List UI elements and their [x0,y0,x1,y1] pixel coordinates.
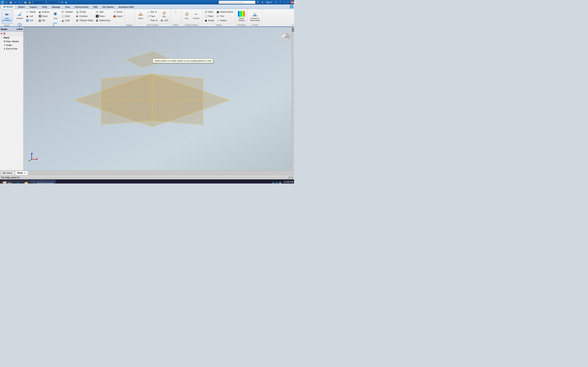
tab-my-home[interactable]: My Home [0,171,15,175]
tab-part1[interactable]: Part1 ✕ [15,171,28,175]
ribbon-group-freeform: Box ↔ Convert Create Freeform [181,9,202,26]
toolbar-toggle[interactable]: ▼ [290,5,293,8]
emboss-button[interactable]: ⬙ Emboss [37,10,51,14]
svg-text:FRONT: FRONT [283,37,288,38]
trim-button[interactable]: ✂ Trim [215,14,234,18]
freeform-box-button[interactable]: Box [182,10,191,20]
tb-lock[interactable]: 🔒 [28,1,31,4]
modify-arrow[interactable]: ▼ [132,25,134,26]
tab-part1-close[interactable]: ✕ [24,172,26,174]
tab-manage[interactable]: Manage [50,5,62,9]
model-select-btn[interactable]: 🎯 [3,33,5,35]
sketch-group-content: ✏ Start2D Sketch [1,10,12,24]
decal-icon: 🖼 [38,15,42,18]
hole-button[interactable]: Hole [51,10,60,20]
tab-autodesk-a360[interactable]: Autodesk A360 [116,5,136,9]
tab-get-started[interactable]: Get Started [100,5,116,9]
tab-view[interactable]: View [63,5,72,9]
close-help[interactable]: ✕ [274,1,278,4]
ruled-surface-button[interactable]: ▦ Ruled Surface [215,10,234,14]
scrollbar-thumb[interactable] [292,28,294,32]
axis-button[interactable]: ↕ Axis ▼ [146,10,159,14]
tree-item-origin[interactable]: ⊕ Origin [0,43,23,47]
sign-in-btn[interactable]: Sign In [265,1,273,3]
tree-item-end-of-part[interactable]: ● End of Part [0,47,23,50]
tb-save[interactable]: 💾 [9,1,13,4]
tab-environments[interactable]: Environments [72,5,91,9]
draft-button[interactable]: ◭ Draft [60,18,74,22]
minimize-button[interactable]: ─ [283,1,286,4]
split-button[interactable]: ✂ Split [95,10,112,14]
face-button[interactable]: ⬜ Face [146,14,159,18]
pattern-group-label: Pattern [172,24,180,26]
navigation-cube[interactable]: FRONT [280,29,292,41]
freeform-group-label: Create Freeform [182,24,201,26]
point-button[interactable]: · Point ▼ [146,18,159,22]
maximize-button[interactable]: □ [287,1,290,4]
viewport-scrollbar[interactable] [292,27,294,170]
files-button[interactable]: 📁 [22,180,30,184]
search-bar[interactable]: Search Help & Commands... [219,1,255,4]
viewport[interactable]: Select plane to create sketch or an exis… [24,27,294,170]
tree-item-part1[interactable]: ⬡ Part1 [0,36,23,40]
coil-icon: 🌀 [26,19,29,22]
profile-selector[interactable]: Generic ▼ [34,1,45,3]
ribbon-group-simulation: StressAnalysis Simulation [236,9,248,26]
tb-redo[interactable]: ↪ [17,1,21,4]
tab-3d-model[interactable]: 3D Model [1,5,15,9]
workspace-selector[interactable]: Default ▼ [47,1,58,3]
loft-button[interactable]: ◈ Loft [25,14,37,18]
combine-button[interactable]: ⊕ Combine [75,14,94,18]
coil-button[interactable]: 🌀 Coil [25,18,37,22]
patch-button[interactable]: ⬜ Patch [203,14,215,18]
ie-button[interactable]: e [14,180,22,184]
tb-undo[interactable]: ↩ [13,1,17,4]
derive-button[interactable]: ⇢ Derive [112,10,124,14]
box-button[interactable]: Box [159,10,169,18]
extrude-button[interactable]: Extrude [15,10,24,20]
ucs-button[interactable]: ⊕ UCS [159,18,169,22]
page-info: 1 | 1 [288,176,293,179]
model-filter-btn[interactable]: ▼ [0,33,2,35]
tab-inspect[interactable]: Inspect [27,5,39,9]
sculpt-icon: ◉ [204,19,208,22]
inventor-button[interactable]: I Autodesk Inventor [30,180,56,184]
origin-label: Origin [6,44,12,46]
tb-more[interactable]: ▶ [65,1,68,4]
convert-sheet-metal-button[interactable]: Convert toSheet Metal [249,10,261,22]
tab-bim[interactable]: BIM [91,5,100,9]
extend-button[interactable]: ↔ Extend [215,18,234,22]
thread-button[interactable]: 🔩 Thread [75,10,94,14]
shell-button[interactable]: ⬜ Shell [60,14,74,18]
stitch-button[interactable]: 🔗 Stitch [203,10,215,14]
tab-tools[interactable]: Tools [40,5,49,9]
decal-button[interactable]: 🖼 Decal [37,14,51,18]
revolve-button[interactable]: Revolve [15,21,24,31]
thicken-offset-button[interactable]: ⊟ Thicken/ Offset [75,18,94,22]
delete-face-button[interactable]: 🗑 Delete Face [95,18,112,22]
rib-button[interactable]: ▤ Rib [37,18,51,22]
help-btn[interactable]: ? [278,1,282,4]
sculpt-button[interactable]: ◉ Sculpt [203,18,215,22]
time: 10:48 PM [283,181,293,183]
plane-button[interactable]: Plane [136,10,145,20]
tb-settings[interactable]: ⚙ [60,1,64,4]
combine-icon: ⊕ [76,15,79,18]
start-button[interactable]: 🪟 Start [1,180,14,184]
import-button[interactable]: 📥 Import [112,14,124,18]
tb-new[interactable]: 🗋 [5,1,8,4]
start-2d-sketch-button[interactable]: ✏ Start2D Sketch [1,10,12,24]
search-icon[interactable]: 🔍 [256,1,260,4]
work-features-content: Plane ↕ Axis ▼ ⬜ Face · Point ▼ [136,10,169,23]
direct-button[interactable]: ⬛ Direct [95,14,112,18]
convert-freeform-button[interactable]: ↔ Convert [192,10,201,20]
bookmark-icon[interactable]: ★ [261,1,264,4]
sweep-button[interactable]: 〰 Sweep [25,10,37,14]
extend-icon: ↔ [216,19,219,22]
ribbon-expand[interactable]: ▲ [292,23,293,26]
tb-home[interactable]: 🏠 [24,1,27,4]
chamfer-button[interactable]: ◸ Chamfer [60,10,74,14]
stress-analysis-button[interactable]: StressAnalysis [237,10,246,22]
tab-sketch[interactable]: Sketch [16,5,27,9]
tree-item-view-master[interactable]: 👁 View: Master [0,40,23,43]
